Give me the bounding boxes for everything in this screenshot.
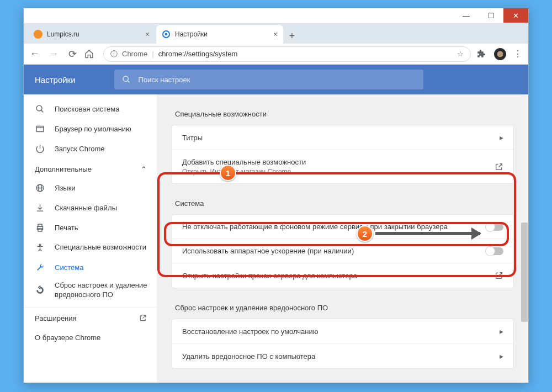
close-tab-icon[interactable]: ×: [273, 30, 278, 39]
tab-title: Настройки: [175, 30, 208, 38]
settings-main: Специальные возможности Титры ▸ Добавить…: [157, 65, 528, 383]
sidebar-item-reset[interactable]: Сброс настроек и удаление вредоносного П…: [24, 277, 157, 304]
search-placeholder: Поиск настроек: [139, 76, 190, 84]
callout-2: 2: [357, 225, 373, 242]
favicon-icon: [34, 30, 43, 39]
browser-window: — ☐ ✕ Lumpics.ru × Настройки × + ← → ⟳ ⓘ…: [23, 8, 529, 383]
accessibility-icon: [35, 242, 45, 252]
sidebar-label: Браузер по умолчанию: [55, 125, 131, 133]
svg-line-3: [128, 81, 129, 82]
download-icon: [35, 203, 45, 213]
row-label: Восстановление настроек по умолчанию: [182, 327, 319, 336]
address-bar[interactable]: ⓘ Chrome | chrome://settings/system ☆: [103, 46, 471, 62]
toggle-switch[interactable]: [486, 223, 503, 231]
back-button[interactable]: ←: [28, 48, 41, 60]
sidebar-label: Поисковая система: [55, 105, 120, 113]
system-card: Не отключать работающие в фоновом режиме…: [172, 214, 514, 288]
row-label: Титры: [182, 134, 203, 142]
sidebar-item-extensions[interactable]: Расширения: [24, 308, 157, 327]
annotation-arrow: [375, 232, 480, 235]
chevron-right-icon: ▸: [500, 352, 503, 361]
reset-card: Восстановление настроек по умолчанию ▸ У…: [172, 319, 514, 369]
settings-sidebar: Поисковая система Браузер по умолчанию З…: [24, 65, 157, 383]
tab-settings[interactable]: Настройки ×: [156, 25, 283, 44]
sidebar-label: Языки: [55, 184, 76, 192]
tab-lumpics[interactable]: Lumpics.ru ×: [28, 25, 155, 44]
sidebar-label: Запуск Chrome: [55, 145, 105, 153]
search-settings-input[interactable]: Поиск настроек: [114, 70, 423, 89]
row-captions[interactable]: Титры ▸: [172, 125, 513, 150]
favicon-icon: [162, 30, 171, 39]
sidebar-advanced-toggle[interactable]: Дополнительные ⌃: [24, 158, 157, 178]
sidebar-label: Печать: [55, 224, 78, 232]
row-label: Добавить специальные возможности: [182, 158, 306, 166]
search-icon: [122, 75, 131, 84]
row-restore-defaults[interactable]: Восстановление настроек по умолчанию ▸: [172, 319, 513, 344]
maximize-button[interactable]: ☐: [479, 8, 503, 23]
scrollbar[interactable]: [521, 96, 528, 383]
sidebar-item-about[interactable]: О браузере Chrome: [24, 327, 157, 346]
close-tab-icon[interactable]: ×: [145, 30, 150, 39]
sidebar-item-search-engine[interactable]: Поисковая система: [24, 99, 157, 119]
sidebar-item-downloads[interactable]: Скачанные файлы: [24, 198, 157, 218]
settings-title: Настройки: [35, 75, 76, 84]
sidebar-item-languages[interactable]: Языки: [24, 178, 157, 198]
sidebar-item-default-browser[interactable]: Браузер по умолчанию: [24, 119, 157, 139]
bookmark-star-icon[interactable]: ☆: [457, 50, 464, 58]
sidebar-label: Скачанные файлы: [55, 204, 117, 212]
toolbar: ← → ⟳ ⓘ Chrome | chrome://settings/syste…: [24, 44, 528, 65]
sidebar-item-startup[interactable]: Запуск Chrome: [24, 139, 157, 158]
row-proxy-settings[interactable]: Открыть настройки прокси-сервера для ком…: [172, 263, 513, 288]
minimize-button[interactable]: —: [454, 8, 479, 23]
svg-rect-15: [38, 224, 41, 226]
tab-strip: Lumpics.ru × Настройки × +: [24, 24, 528, 44]
svg-point-2: [123, 76, 128, 81]
advanced-label: Дополнительные: [35, 165, 92, 173]
new-tab-button[interactable]: +: [284, 28, 300, 44]
chrome-label: Chrome: [122, 50, 147, 58]
site-info-icon[interactable]: ⓘ: [110, 49, 118, 59]
external-link-icon: [495, 162, 503, 171]
reload-button[interactable]: ⟳: [66, 48, 79, 60]
wrench-icon: [35, 262, 45, 272]
sidebar-item-print[interactable]: Печать: [24, 218, 157, 237]
chevron-up-icon: ⌃: [141, 165, 147, 173]
svg-point-17: [39, 244, 41, 246]
toggle-switch[interactable]: [486, 247, 503, 255]
about-label: О браузере Chrome: [35, 333, 100, 342]
sidebar-label: Сброс настроек и удаление вредоносного П…: [55, 281, 151, 300]
row-hardware-acceleration[interactable]: Использовать аппаратное ускорение (при н…: [172, 239, 513, 263]
url-path: chrome://settings/system: [158, 50, 238, 58]
svg-rect-6: [36, 126, 44, 131]
print-icon: [35, 223, 45, 232]
external-link-icon: [495, 271, 503, 280]
sidebar-item-accessibility[interactable]: Специальные возможности: [24, 237, 157, 257]
external-link-icon: [139, 314, 147, 322]
scrollbar-thumb[interactable]: [521, 223, 528, 322]
reset-icon: [35, 285, 45, 295]
forward-button[interactable]: →: [47, 48, 60, 60]
extensions-icon[interactable]: [476, 49, 489, 59]
row-background-apps[interactable]: Не отключать работающие в фоновом режиме…: [172, 215, 513, 239]
svg-line-5: [41, 110, 43, 112]
row-label: Удалить вредоносное ПО с компьютера: [182, 352, 315, 361]
row-sublabel: Открыть Интернет-магазин Chrome: [182, 168, 306, 176]
close-button[interactable]: ✕: [503, 8, 528, 23]
globe-icon: [35, 183, 45, 193]
browser-icon: [35, 124, 45, 134]
section-title-system: Система: [172, 194, 514, 214]
chevron-right-icon: ▸: [500, 133, 503, 142]
svg-point-1: [165, 33, 168, 36]
row-cleanup[interactable]: Удалить вредоносное ПО с компьютера ▸: [172, 344, 513, 368]
extensions-label: Расширения: [35, 314, 77, 322]
home-button[interactable]: [84, 49, 98, 59]
tab-title: Lumpics.ru: [47, 30, 79, 38]
profile-avatar[interactable]: [494, 48, 506, 60]
row-label: Не отключать работающие в фоновом режиме…: [182, 223, 448, 231]
search-icon: [35, 104, 45, 114]
menu-icon[interactable]: ⋮: [512, 49, 524, 59]
content-area: Настройки Поиск настроек Поисковая систе…: [24, 65, 528, 383]
sidebar-item-system[interactable]: Система: [24, 257, 157, 277]
section-title-accessibility: Специальные возможности: [172, 104, 514, 125]
sidebar-label: Специальные возможности: [55, 243, 146, 252]
